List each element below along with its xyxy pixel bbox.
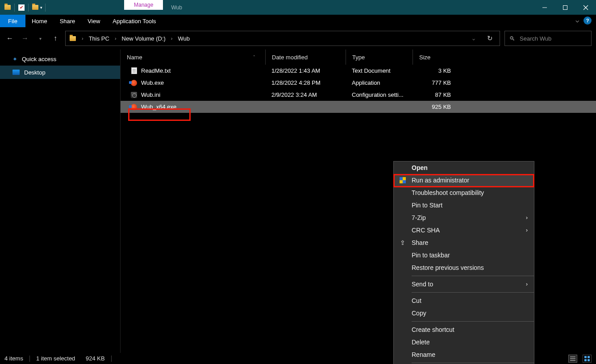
ctx-send-to[interactable]: Send to › — [394, 278, 534, 290]
ctx-restore[interactable]: Restore previous versions — [394, 261, 534, 274]
column-headers: Name ˄ Date modified Type Size — [121, 50, 596, 65]
file-menu[interactable]: File — [0, 15, 25, 27]
status-item-count: 4 items — [4, 355, 23, 362]
file-icon — [130, 79, 138, 87]
sidebar-desktop[interactable]: Desktop — [0, 66, 120, 79]
forward-button[interactable]: → — [20, 33, 30, 44]
back-button[interactable]: ← — [4, 33, 15, 44]
file-type: Text Document — [346, 67, 413, 74]
search-placeholder: Search Wub — [520, 35, 551, 42]
chevron-right-icon: › — [526, 281, 528, 287]
status-selection: 1 item selected — [36, 355, 75, 362]
close-button[interactable] — [575, 0, 596, 15]
file-name: Wub.ini — [141, 91, 160, 98]
ctx-open[interactable]: Open — [394, 161, 534, 174]
qat-properties-icon[interactable]: ✔ — [17, 3, 25, 12]
svg-rect-5 — [570, 358, 575, 359]
minimize-button[interactable] — [534, 0, 555, 15]
ribbon-contextual-tab[interactable]: Manage — [124, 0, 163, 10]
file-size: 87 KB — [413, 91, 457, 98]
file-size: 925 KB — [413, 103, 457, 110]
ctx-label: 7-Zip — [412, 214, 426, 221]
maximize-button[interactable] — [555, 0, 575, 15]
sidebar-item-label: Desktop — [24, 69, 46, 76]
status-size: 924 KB — [86, 355, 105, 362]
file-date: 2/9/2022 3:24 AM — [265, 91, 346, 98]
ctx-7zip[interactable]: 7-Zip › — [394, 211, 534, 224]
menu-share[interactable]: Share — [54, 15, 82, 27]
chevron-right-icon[interactable]: › — [78, 36, 87, 41]
search-box[interactable]: 🔍︎ Search Wub — [504, 31, 592, 46]
chevron-right-icon: › — [526, 227, 528, 233]
ctx-pin-start[interactable]: Pin to Start — [394, 199, 534, 211]
breadcrumb-volume[interactable]: New Volume (D:) — [120, 35, 167, 42]
column-header-size[interactable]: Size — [413, 50, 457, 65]
ctx-troubleshoot[interactable]: Troubleshoot compatibility — [394, 186, 534, 199]
menu-view[interactable]: View — [81, 15, 106, 27]
ctx-cut[interactable]: Cut — [394, 294, 534, 307]
navigation-pane: ✦ Quick access Desktop — [0, 50, 121, 353]
file-date: 1/28/2022 4:28 PM — [265, 79, 346, 86]
chevron-right-icon[interactable]: › — [167, 36, 176, 41]
star-icon: ✦ — [13, 56, 17, 62]
column-header-date[interactable]: Date modified — [265, 50, 346, 65]
ctx-share[interactable]: ⇪ Share — [394, 236, 534, 249]
menu-home[interactable]: Home — [25, 15, 54, 27]
file-icon — [130, 67, 138, 74]
file-type: Configuration setti... — [346, 91, 413, 98]
help-icon[interactable]: ? — [583, 17, 592, 25]
ctx-pin-taskbar[interactable]: Pin to taskbar — [394, 249, 534, 261]
ribbon-collapse-icon[interactable]: ⌵ — [575, 17, 579, 24]
column-header-type[interactable]: Type — [346, 50, 413, 65]
up-button[interactable]: ↑ — [50, 33, 61, 44]
context-menu: Open Run as administrator Troubleshoot c… — [393, 161, 534, 364]
ctx-delete[interactable]: Delete — [394, 336, 534, 348]
ctx-label: Send to — [412, 281, 433, 288]
file-name: Wub_x64.exe — [141, 103, 176, 110]
file-type: Application — [346, 79, 413, 86]
file-icon — [130, 103, 138, 111]
ctx-label: Share — [412, 239, 428, 246]
view-details-button[interactable] — [568, 355, 577, 363]
file-row[interactable]: Wub.ini2/9/2022 3:24 AMConfiguration set… — [121, 89, 596, 101]
refresh-button[interactable]: ↻ — [482, 34, 498, 42]
svg-rect-9 — [584, 359, 587, 361]
breadcrumb-this-pc[interactable]: This PC — [87, 35, 111, 42]
ctx-rename[interactable]: Rename — [394, 348, 534, 361]
svg-rect-7 — [584, 356, 587, 358]
svg-rect-8 — [588, 356, 590, 358]
context-menu-separator — [412, 321, 534, 322]
column-header-name[interactable]: Name ˄ — [121, 50, 265, 65]
qat-dropdown-icon[interactable]: ▾ — [40, 5, 42, 10]
chevron-right-icon[interactable]: › — [111, 36, 120, 41]
ctx-create-shortcut[interactable]: Create shortcut — [394, 323, 534, 336]
window-title: Wub — [171, 0, 182, 15]
ctx-run-as-admin[interactable]: Run as administrator — [394, 174, 534, 186]
context-menu-separator — [412, 363, 534, 363]
recent-dropdown-icon[interactable]: ▾ — [35, 33, 46, 44]
sidebar-quick-access[interactable]: ✦ Quick access — [0, 52, 120, 66]
column-label: Name — [127, 54, 142, 61]
file-row[interactable]: Wub.exe1/28/2022 4:28 PMApplication777 K… — [121, 77, 596, 89]
context-menu-separator — [412, 292, 534, 293]
share-icon: ⇪ — [399, 239, 406, 246]
ctx-copy[interactable]: Copy — [394, 307, 534, 319]
file-row[interactable]: ReadMe.txt1/28/2022 1:43 AMText Document… — [121, 65, 596, 77]
address-dropdown-icon[interactable]: ⌵ — [466, 36, 482, 41]
svg-rect-6 — [570, 360, 575, 361]
breadcrumb-folder[interactable]: Wub — [176, 35, 192, 42]
address-bar[interactable]: › This PC › New Volume (D:) › Wub ⌵ ↻ — [65, 31, 500, 46]
menu-application-tools[interactable]: Application Tools — [106, 15, 162, 27]
svg-rect-10 — [588, 359, 590, 361]
qat-newfolder-icon[interactable] — [31, 3, 39, 12]
title-bar: ✔ ▾ Manage Wub — [0, 0, 596, 15]
sort-indicator-icon: ˄ — [253, 55, 259, 59]
view-thumbnails-button[interactable] — [583, 355, 592, 363]
sidebar-item-label: Quick access — [22, 56, 56, 62]
file-name: ReadMe.txt — [141, 67, 171, 74]
context-menu-separator — [412, 276, 534, 276]
ctx-crcsha[interactable]: CRC SHA › — [394, 224, 534, 236]
file-size: 777 KB — [413, 79, 457, 86]
file-date: 1/28/2022 1:43 AM — [265, 67, 346, 74]
file-row[interactable]: Wub_x64.exe925 KB — [121, 101, 596, 113]
